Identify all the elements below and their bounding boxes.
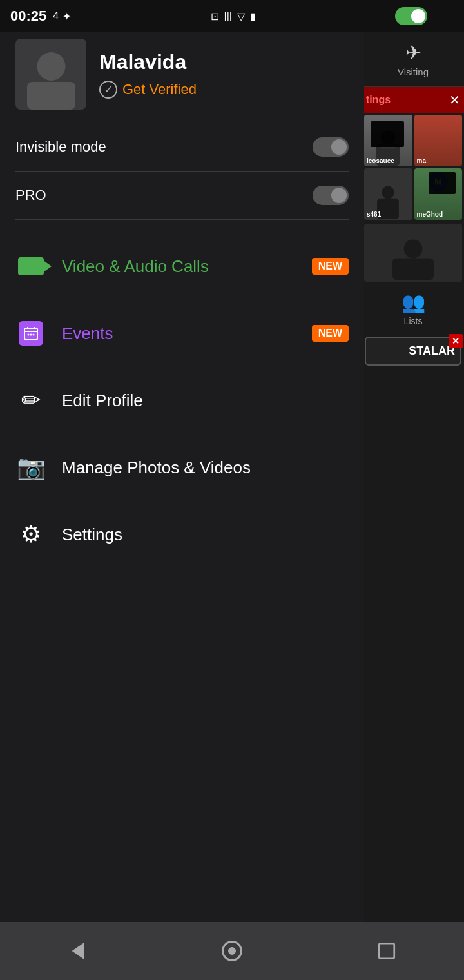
lists-icon: 👥 bbox=[401, 291, 425, 313]
profile-name: Malavida bbox=[99, 50, 349, 74]
user-thumb-5[interactable] bbox=[364, 224, 462, 282]
wifi-icon: ▽ bbox=[237, 10, 245, 23]
verify-check-icon: ✓ bbox=[99, 81, 117, 99]
lists-label: Lists bbox=[404, 316, 423, 326]
status-icons: 4 ✦ bbox=[53, 10, 71, 23]
users-grid: icosauce ma s461 M meGhod bbox=[362, 113, 464, 222]
avatar bbox=[15, 39, 86, 110]
verify-row: ✓ Get Verified bbox=[99, 81, 349, 99]
invisible-mode-label: Invisible mode bbox=[15, 139, 106, 155]
gear-icon-wrap: ⚙ bbox=[15, 519, 46, 550]
plane-icon: ✈ bbox=[405, 41, 421, 64]
video-audio-calls-label: Video & Audio Calls bbox=[62, 257, 209, 277]
cast-icon: ⊡ bbox=[211, 10, 219, 23]
verify-text[interactable]: Get Verified bbox=[122, 81, 197, 98]
svg-rect-8 bbox=[27, 82, 75, 110]
events-new-badge: NEW bbox=[312, 325, 349, 342]
pencil-icon: ✏ bbox=[21, 387, 41, 414]
nav-bar bbox=[0, 922, 464, 980]
video-calls-new-badge: NEW bbox=[312, 258, 349, 275]
stalar-section: ✕ STALAR bbox=[362, 333, 464, 369]
profile-info: Malavida ✓ Get Verified bbox=[99, 50, 349, 99]
home-button[interactable] bbox=[209, 928, 255, 974]
svg-rect-6 bbox=[392, 258, 434, 280]
x-close-badge[interactable]: ✕ bbox=[449, 334, 463, 348]
location-icon: ✦ bbox=[63, 10, 71, 23]
online-toggle[interactable] bbox=[395, 7, 427, 25]
battery-icon: ▮ bbox=[250, 10, 256, 23]
user-thumb-1[interactable]: icosauce bbox=[364, 115, 412, 166]
recents-icon bbox=[376, 941, 397, 961]
main-panel: 00:25 4 ✦ ⊡ ||| ▽ ▮ Malavida ✓ Get Verif… bbox=[0, 0, 364, 922]
settings-bar-text: tings bbox=[366, 94, 391, 106]
events-icon-wrap bbox=[15, 318, 46, 349]
svg-rect-19 bbox=[379, 943, 394, 958]
settings-item[interactable]: ⚙ Settings bbox=[0, 501, 364, 568]
svg-point-15 bbox=[33, 334, 35, 336]
manage-photos-label: Manage Photos & Videos bbox=[62, 458, 251, 478]
user-name-3: s461 bbox=[367, 211, 381, 218]
svg-point-13 bbox=[28, 334, 30, 336]
visiting-section: ✈ Visiting bbox=[362, 32, 464, 87]
pro-toggle[interactable] bbox=[313, 186, 349, 205]
stalar-box: STALAR bbox=[365, 337, 461, 366]
video-audio-calls-item[interactable]: Video & Audio Calls NEW bbox=[0, 233, 364, 300]
svg-marker-16 bbox=[72, 943, 84, 959]
back-button[interactable] bbox=[55, 928, 100, 974]
settings-bar: tings ✕ bbox=[362, 87, 464, 113]
events-label: Events bbox=[62, 324, 113, 344]
video-icon-wrap bbox=[15, 251, 46, 282]
home-icon bbox=[220, 939, 244, 963]
back-icon bbox=[66, 939, 89, 963]
events-item[interactable]: Events NEW bbox=[0, 300, 364, 367]
svg-point-18 bbox=[228, 947, 236, 955]
status-right-icons: ⊡ ||| ▽ ▮ bbox=[211, 0, 262, 32]
pro-row: PRO bbox=[0, 172, 364, 219]
user-thumb-3[interactable]: s461 bbox=[364, 168, 412, 220]
camera-icon: 📷 bbox=[17, 454, 46, 481]
status-time: 00:25 bbox=[10, 8, 46, 24]
vibrate-icon: ||| bbox=[224, 10, 232, 22]
face-blur-1 bbox=[371, 121, 404, 147]
user-name-4: meGhod bbox=[417, 211, 443, 218]
status-bar: 00:25 4 ✦ ⊡ ||| ▽ ▮ bbox=[0, 0, 364, 32]
invisible-mode-row: Invisible mode bbox=[0, 123, 364, 171]
svg-point-14 bbox=[30, 334, 32, 336]
avatar-image bbox=[24, 48, 79, 110]
edit-profile-label: Edit Profile bbox=[62, 391, 143, 411]
invisible-mode-toggle[interactable] bbox=[313, 137, 349, 157]
pencil-icon-wrap: ✏ bbox=[15, 385, 46, 416]
gear-icon: ⚙ bbox=[21, 521, 41, 548]
camera-icon-wrap: 📷 bbox=[15, 452, 46, 483]
svg-point-3 bbox=[382, 186, 394, 199]
recents-button[interactable] bbox=[364, 928, 409, 974]
user-thumb-4[interactable]: M meGhod bbox=[414, 168, 463, 220]
visiting-label: Visiting bbox=[398, 66, 429, 77]
lists-section[interactable]: 👥 Lists bbox=[362, 284, 464, 333]
close-button[interactable]: ✕ bbox=[449, 92, 460, 108]
calendar-icon bbox=[19, 321, 43, 346]
video-camera-icon bbox=[18, 257, 44, 275]
right-panel-top bbox=[362, 0, 464, 32]
signal-icon: 4 bbox=[53, 10, 59, 22]
pro-label: PRO bbox=[15, 187, 46, 204]
user-name-2: ma bbox=[417, 157, 426, 164]
svg-point-5 bbox=[404, 240, 423, 259]
menu-section: Video & Audio Calls NEW Eve bbox=[0, 220, 364, 581]
edit-profile-item[interactable]: ✏ Edit Profile bbox=[0, 367, 364, 434]
settings-label: Settings bbox=[62, 525, 122, 545]
right-panel: ✈ Visiting tings ✕ icosauce ma bbox=[362, 0, 464, 922]
manage-photos-item[interactable]: 📷 Manage Photos & Videos bbox=[0, 434, 364, 501]
svg-point-7 bbox=[37, 52, 65, 81]
face-blur-4 bbox=[429, 172, 456, 194]
user-name-1: icosauce bbox=[367, 157, 394, 164]
user-thumb-2[interactable]: ma bbox=[414, 115, 463, 166]
